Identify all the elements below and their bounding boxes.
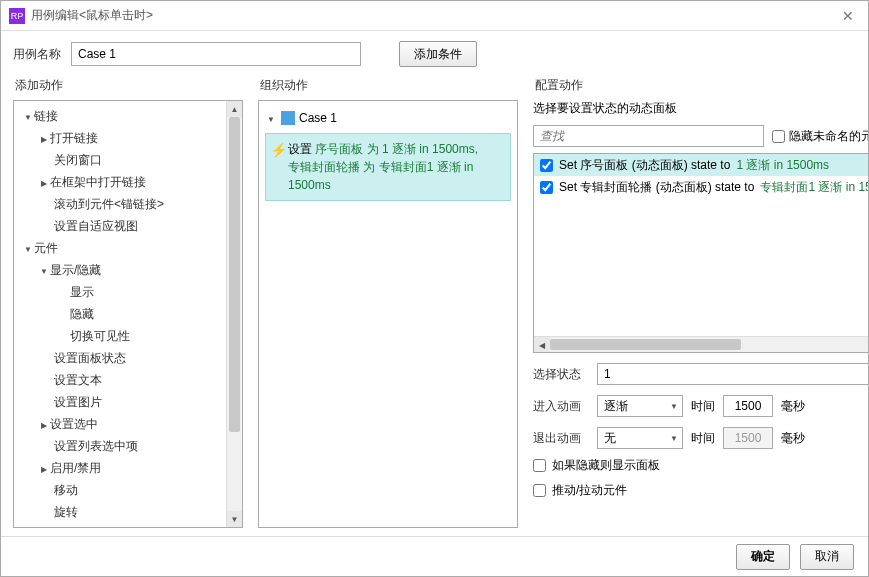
titlebar: RP 用例编辑<鼠标单击时> ✕ [1,1,868,31]
tree-item-adaptive[interactable]: 设置自适应视图 [14,215,226,237]
tree-item-set-panel-state[interactable]: 设置面板状态 [14,347,226,369]
tree-item-rotate[interactable]: 旋转 [14,501,226,523]
add-action-title: 添加动作 [13,77,243,94]
app-icon: RP [9,8,25,24]
tree-item-show[interactable]: 显示 [14,281,226,303]
scroll-down-icon[interactable]: ▼ [227,511,242,527]
case-name-input[interactable] [71,42,361,66]
panel-select-label: 选择要设置状态的动态面板 [533,100,869,117]
add-condition-button[interactable]: 添加条件 [399,41,477,67]
tree-item-close-window[interactable]: 关闭窗口 [14,149,226,171]
push-pull-checkbox[interactable] [533,484,546,497]
header-row: 用例名称 添加条件 [1,31,868,77]
case-name-label: 用例名称 [13,46,61,63]
scroll-thumb-h[interactable] [550,339,741,350]
case-icon [281,111,295,125]
org-case-row[interactable]: Case 1 [265,107,511,129]
tree-item-set-image[interactable]: 设置图片 [14,391,226,413]
tree-item-show-hide[interactable]: 显示/隐藏 [14,259,226,281]
tree-item-set-list-sel[interactable]: 设置列表选中项 [14,435,226,457]
tree-item-move[interactable]: 移动 [14,479,226,501]
list-item[interactable]: Set 序号面板 (动态面板) state to 1 逐渐 in 1500ms [534,154,869,176]
time-label: 时间 [691,430,715,447]
chevron-down-icon: ▼ [670,434,678,443]
exit-anim-dropdown[interactable]: 无 ▼ [597,427,683,449]
select-state-label: 选择状态 [533,366,589,383]
chevron-down-icon: ▼ [670,402,678,411]
scroll-left-icon[interactable]: ◀ [534,337,550,353]
list-item[interactable]: Set 专辑封面轮播 (动态面板) state to 专辑封面1 逐渐 in 1… [534,176,869,198]
scroll-up-icon[interactable]: ▲ [227,101,242,117]
exit-anim-label: 退出动画 [533,430,589,447]
dynamic-panel-list[interactable]: Set 序号面板 (动态面板) state to 1 逐渐 in 1500ms … [533,153,869,353]
scroll-thumb[interactable] [229,117,240,432]
tree-item-set-size[interactable]: 设置尺寸 [14,523,226,527]
org-action-item[interactable]: ⚡ 设置 序号面板 为 1 逐渐 in 1500ms, 专辑封面轮播 为 专辑封… [265,133,511,201]
tree-item-hide[interactable]: 隐藏 [14,303,226,325]
window-title: 用例编辑<鼠标单击时> [31,7,153,24]
cancel-button[interactable]: 取消 [800,544,854,570]
organize-title: 组织动作 [258,77,518,94]
list-item-checkbox[interactable] [540,159,553,172]
ok-button[interactable]: 确定 [736,544,790,570]
show-if-hidden-checkbox[interactable] [533,459,546,472]
enter-anim-label: 进入动画 [533,398,589,415]
hide-unnamed-checkbox[interactable]: 隐藏未命名的元件 [772,128,869,145]
tree-group-components[interactable]: 元件 [14,237,226,259]
tree-item-open-link[interactable]: 打开链接 [14,127,226,149]
tree-item-scroll-anchor[interactable]: 滚动到元件<锚链接> [14,193,226,215]
scrollbar-vertical[interactable]: ▲ ▼ [226,101,242,527]
select-state-dropdown[interactable]: 1 ▼ [597,363,869,385]
lightning-icon: ⚡ [270,140,287,161]
show-if-hidden-option[interactable]: 如果隐藏则显示面板 [533,457,869,474]
tree-item-enable-disable[interactable]: 启用/禁用 [14,457,226,479]
dialog-footer: 确定 取消 [1,536,868,576]
scrollbar-horizontal[interactable]: ◀ ▶ [534,336,869,352]
tree-item-open-in-frame[interactable]: 在框架中打开链接 [14,171,226,193]
tree-item-toggle-vis[interactable]: 切换可见性 [14,325,226,347]
time-label: 时间 [691,398,715,415]
ms-label: 毫秒 [781,398,805,415]
org-case-label: Case 1 [299,111,337,125]
exit-time-input [723,427,773,449]
config-title: 配置动作 [533,77,869,94]
tree-item-set-selected[interactable]: 设置选中 [14,413,226,435]
tree-group-links[interactable]: 链接 [14,105,226,127]
tree-item-set-text[interactable]: 设置文本 [14,369,226,391]
close-icon[interactable]: ✕ [836,8,860,24]
list-item-checkbox[interactable] [540,181,553,194]
search-input[interactable] [533,125,764,147]
enter-anim-dropdown[interactable]: 逐渐 ▼ [597,395,683,417]
hide-unnamed-chk[interactable] [772,130,785,143]
ms-label: 毫秒 [781,430,805,447]
push-pull-option[interactable]: 推动/拉动元件 [533,482,869,499]
enter-time-input[interactable] [723,395,773,417]
action-tree[interactable]: 链接 打开链接 关闭窗口 在框架中打开链接 滚动到元件<锚链接> 设置自适应视图… [14,101,242,527]
